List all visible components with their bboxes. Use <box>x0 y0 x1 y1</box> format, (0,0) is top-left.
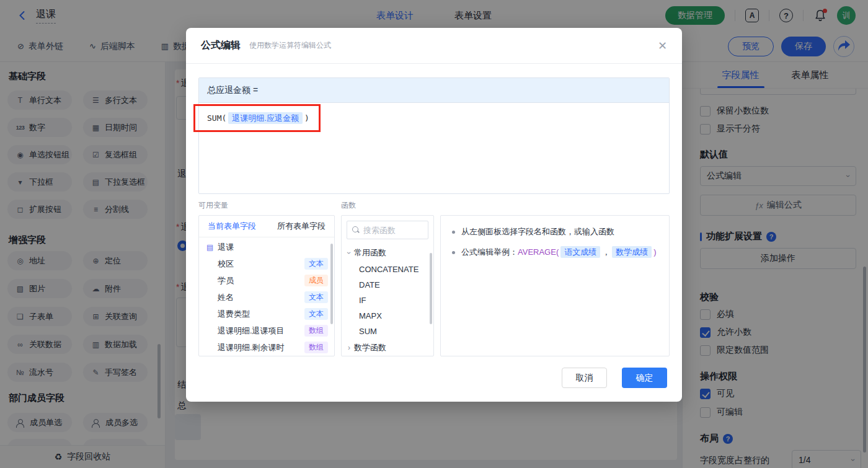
example-field-chip: 语文成绩 <box>560 246 600 258</box>
variables-scrollbar-thumb[interactable] <box>330 244 333 324</box>
function-search[interactable] <box>347 221 428 239</box>
cancel-button[interactable]: 取消 <box>562 368 607 388</box>
variable-row[interactable]: 退费类型文本 <box>199 306 334 322</box>
help-panel: 从左侧面板选择字段名和函数，或输入函数 公式编辑举例：AVERAGE(语文成绩，… <box>440 215 670 356</box>
variable-row[interactable]: 退课明细.退课项目数组 <box>199 322 334 339</box>
variables-tabs: 当前表单字段 所有表单字段 <box>199 216 334 237</box>
field-chip[interactable]: 退课明细.应退金额 <box>228 112 303 124</box>
app-window: 退课 表单设计 表单设置 数据管理 A ? 训 ⊘ 表单外链 <box>0 0 868 468</box>
type-badge: 文本 <box>304 291 328 303</box>
confirm-button[interactable]: 确定 <box>622 368 667 388</box>
function-item[interactable]: SUM <box>342 324 433 339</box>
chevron-right-icon: › <box>348 343 350 352</box>
formula-function-open: SUM( <box>207 113 226 123</box>
function-item[interactable]: MAPX <box>342 308 433 324</box>
tab-all-form-fields[interactable]: 所有表单字段 <box>277 221 326 232</box>
type-badge: 成员 <box>304 275 328 286</box>
type-badge: 数组 <box>304 325 328 337</box>
function-group-common[interactable]: › 常用函数 <box>342 244 433 262</box>
function-item[interactable]: IF <box>342 293 433 308</box>
formula-function-close: ) <box>304 113 309 123</box>
close-icon[interactable]: ✕ <box>658 40 667 51</box>
bullet-icon <box>452 231 455 234</box>
variables-label: 可用变量 <box>198 200 228 211</box>
type-badge: 文本 <box>304 308 328 320</box>
help-tip-1: 从左侧面板选择字段名和函数，或输入函数 <box>452 226 658 238</box>
variable-row[interactable]: 退课明细.剩余课时数组 <box>199 339 334 356</box>
function-search-input[interactable] <box>363 226 419 235</box>
variable-row[interactable]: 校区文本 <box>199 255 334 272</box>
example-function-close: ) <box>653 247 656 257</box>
functions-panel: › 常用函数 CONCATENATE DATE IF MAPX SUM › 数学… <box>341 215 434 356</box>
formula-target: 总应退金额 = <box>199 78 669 103</box>
search-icon <box>352 226 360 234</box>
type-badge: 文本 <box>304 258 328 270</box>
modal-subtitle: 使用数学运算符编辑公式 <box>249 40 331 51</box>
variable-row[interactable]: 学员成员 <box>199 272 334 289</box>
type-badge: 数组 <box>304 342 328 353</box>
modal-title: 公式编辑 <box>201 39 241 52</box>
variable-row[interactable]: 姓名文本 <box>199 289 334 306</box>
function-item[interactable]: DATE <box>342 277 433 293</box>
variables-root[interactable]: ▤ 退课 <box>199 237 334 255</box>
functions-label: 函数 <box>341 200 356 211</box>
tab-current-form-fields[interactable]: 当前表单字段 <box>208 221 256 232</box>
formula-edit-modal: 公式编辑 使用数学运算符编辑公式 ✕ 总应退金额 = SUM(退课明细.应退金额… <box>186 28 682 402</box>
example-function-open: AVERAGE( <box>518 247 559 257</box>
example-field-chip: 数学成绩 <box>612 246 652 258</box>
modal-header: 公式编辑 使用数学运算符编辑公式 ✕ <box>186 28 682 64</box>
function-item[interactable]: CONCATENATE <box>342 262 433 277</box>
formula-expression[interactable]: SUM(退课明细.应退金额) <box>199 103 669 134</box>
modal-footer: 取消 确定 <box>562 368 667 388</box>
help-tip-2: 公式编辑举例：AVERAGE(语文成绩，数学成绩) <box>452 246 658 258</box>
chevron-down-icon: › <box>345 252 353 254</box>
function-group-math[interactable]: › 数学函数 <box>342 339 433 356</box>
bullet-icon <box>452 251 455 254</box>
formula-editor[interactable]: 总应退金额 = SUM(退课明细.应退金额) <box>198 77 670 194</box>
functions-scrollbar-thumb[interactable] <box>430 253 432 324</box>
variables-panel: 当前表单字段 所有表单字段 ▤ 退课 校区文本 学员成员 姓名文本 退费类型文本… <box>198 215 335 356</box>
form-doc-icon: ▤ <box>206 243 213 252</box>
